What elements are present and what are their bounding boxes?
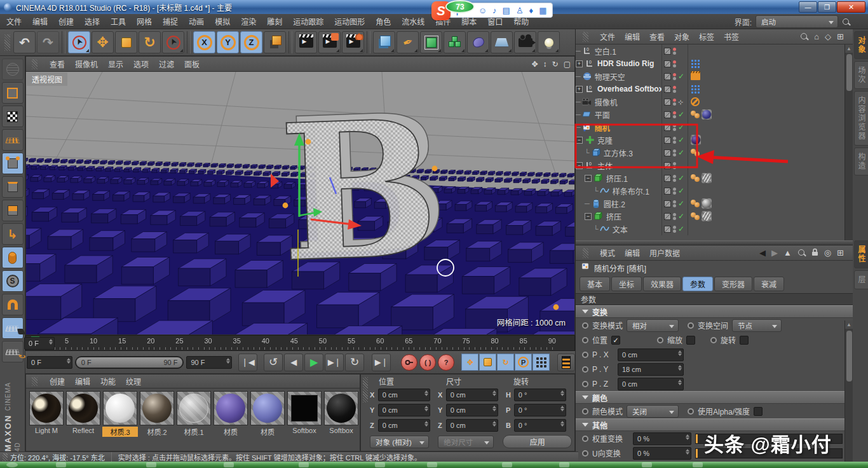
visibility-dots[interactable]	[673, 48, 676, 55]
toolbar-grip[interactable]	[4, 34, 10, 51]
attr-search-icon[interactable]	[797, 249, 806, 257]
new-panel-icon[interactable]: ⊞	[837, 248, 844, 258]
tab-layers[interactable]: 层	[854, 270, 868, 289]
key-position-button[interactable]: ✥	[461, 354, 478, 371]
play-button[interactable]: ▶	[304, 354, 323, 371]
viewport-panel[interactable]: 查看 摄像机 显示 选项 过滤 面板 ✥ ↕ ↻ ▢ 透视视图 网格间距 : 1…	[25, 56, 575, 335]
py-field[interactable]: 18 cm	[618, 363, 684, 376]
material-menu-item[interactable]: 功能	[100, 376, 116, 387]
xpresso-tag[interactable]	[691, 59, 701, 68]
object-row-selected[interactable]: ─随机 ✓	[576, 121, 853, 134]
tab-coord[interactable]: 坐标	[611, 277, 642, 291]
tab-takes[interactable]: 场次	[854, 61, 868, 89]
move-button[interactable]: ✥	[92, 31, 114, 53]
scale-button[interactable]	[115, 31, 137, 53]
menu-item[interactable]: 渲染	[241, 16, 256, 27]
color-mode-dropdown[interactable]: 关闭	[627, 405, 679, 418]
next-frame-button[interactable]: ▶❘	[325, 354, 344, 371]
alpha-checkbox[interactable]	[754, 407, 763, 416]
lock-icon[interactable]	[811, 248, 818, 258]
timeline-ruler[interactable]: 051015202530354045505560657075808590 0 F	[25, 335, 575, 351]
rotation-h-field[interactable]: 0 °	[514, 389, 566, 401]
snap-toggle-button[interactable]	[2, 294, 24, 315]
add-cube-button[interactable]	[373, 31, 395, 53]
lock-workplane-button[interactable]	[2, 317, 24, 339]
ime-keyboard-icon[interactable]: ▤	[503, 6, 510, 15]
scroll-up-icon[interactable]: ▲	[845, 45, 853, 53]
windows-taskbar[interactable]	[0, 462, 868, 468]
texture-tag[interactable]	[691, 135, 701, 145]
autokey-button[interactable]: ?	[438, 354, 454, 371]
ime-emoji-icon[interactable]: ☺	[478, 6, 487, 15]
3d-scene[interactable]: B B	[26, 72, 574, 334]
pz-field[interactable]: 0 cm	[618, 378, 684, 390]
tab-effector[interactable]: 效果器	[643, 277, 681, 291]
menu-item[interactable]: 模拟	[215, 16, 230, 27]
phong-tag[interactable]	[691, 111, 700, 118]
texture-tag[interactable]	[702, 198, 712, 209]
enabled-check[interactable]: ✓	[678, 72, 684, 81]
anim-dot[interactable]	[582, 381, 588, 387]
rotate-view-icon[interactable]: ↻	[552, 60, 559, 69]
tab-attributes[interactable]: 属性	[854, 240, 868, 268]
anim-dot[interactable]	[582, 366, 588, 373]
om-search-icon[interactable]	[800, 32, 808, 41]
u-field[interactable]: 0 %	[633, 447, 691, 460]
texture-mode-button[interactable]	[2, 106, 24, 127]
record-psr-button[interactable]: ( )	[419, 354, 436, 371]
goto-end-button[interactable]: ▶❘	[372, 354, 391, 371]
om-menu-item[interactable]: 编辑	[625, 31, 640, 42]
om-menu-item[interactable]: 查看	[649, 31, 665, 42]
undo-button[interactable]: ↶	[13, 31, 36, 53]
object-row[interactable]: └样条布尔.1 ✓	[576, 184, 853, 197]
transform-mode-dropdown[interactable]: 相对	[627, 319, 679, 332]
attribute-grip[interactable]	[583, 248, 588, 258]
collapse-icon[interactable]: −	[585, 175, 592, 182]
render-view-button[interactable]	[295, 31, 317, 53]
menu-item[interactable]: 编辑	[32, 16, 48, 27]
anim-dot[interactable]	[688, 322, 694, 329]
size-y-field[interactable]: 0 cm	[446, 404, 498, 416]
prev-frame-button[interactable]: ◀	[284, 354, 303, 371]
object-row[interactable]: ─圆柱.2 ✓	[576, 197, 853, 210]
viewport-menu-item[interactable]: 显示	[108, 59, 123, 69]
goto-next-key-button[interactable]: ↻	[345, 354, 364, 371]
viewport-menu-item[interactable]: 面板	[184, 59, 200, 69]
ime-account-icon[interactable]: ♙	[516, 6, 524, 15]
menu-item[interactable]: 创建	[58, 16, 74, 27]
transform-space-dropdown[interactable]: 节点	[732, 319, 782, 332]
object-row[interactable]: −克隆 ✓	[576, 134, 853, 146]
anim-dot[interactable]	[582, 408, 588, 415]
render-settings-button[interactable]	[342, 31, 364, 53]
viewport-menu-item[interactable]: 摄像机	[75, 59, 98, 69]
record-keyframe-button[interactable]	[401, 354, 417, 371]
anim-dot[interactable]	[582, 322, 588, 329]
object-row[interactable]: ─物理天空 ✓	[576, 70, 853, 83]
object-row[interactable]: −挤压.1 ✓	[576, 172, 853, 184]
phong-tag[interactable]	[691, 149, 700, 156]
coordinates-grip[interactable]	[363, 377, 368, 403]
ime-toolbox-icon[interactable]: ▦	[539, 6, 546, 15]
menu-item[interactable]: 运动跟踪	[293, 16, 323, 27]
key-scale-button[interactable]	[479, 354, 496, 371]
anim-dot[interactable]	[710, 337, 717, 343]
timeline-window-button[interactable]	[557, 354, 575, 371]
key-parameter-button[interactable]: P	[515, 354, 532, 371]
start-frame-field[interactable]: 0 F	[27, 356, 72, 369]
material-item[interactable]: Softbox	[323, 391, 359, 437]
size-mode-dropdown[interactable]: 绝对尺寸	[438, 436, 494, 448]
menu-item[interactable]: 文件	[6, 16, 22, 27]
ime-mic-icon[interactable]: ♪	[492, 6, 497, 15]
material-item[interactable]: Reflect	[65, 391, 101, 437]
om-menu-item[interactable]: 书签	[724, 31, 739, 42]
search-icon[interactable]	[842, 18, 850, 26]
coordinate-system-button[interactable]	[264, 31, 286, 53]
workplane-button[interactable]	[2, 341, 24, 362]
tab-basic[interactable]: 基本	[580, 277, 610, 291]
model-mode-button[interactable]	[2, 82, 24, 104]
om-home-icon[interactable]: ⌂	[814, 32, 819, 41]
collapse-icon[interactable]: −	[576, 137, 583, 144]
goto-start-button[interactable]: ❘◀	[238, 354, 257, 371]
expand-icon[interactable]: +	[576, 60, 583, 67]
parent-icon[interactable]: ▲	[783, 248, 792, 258]
